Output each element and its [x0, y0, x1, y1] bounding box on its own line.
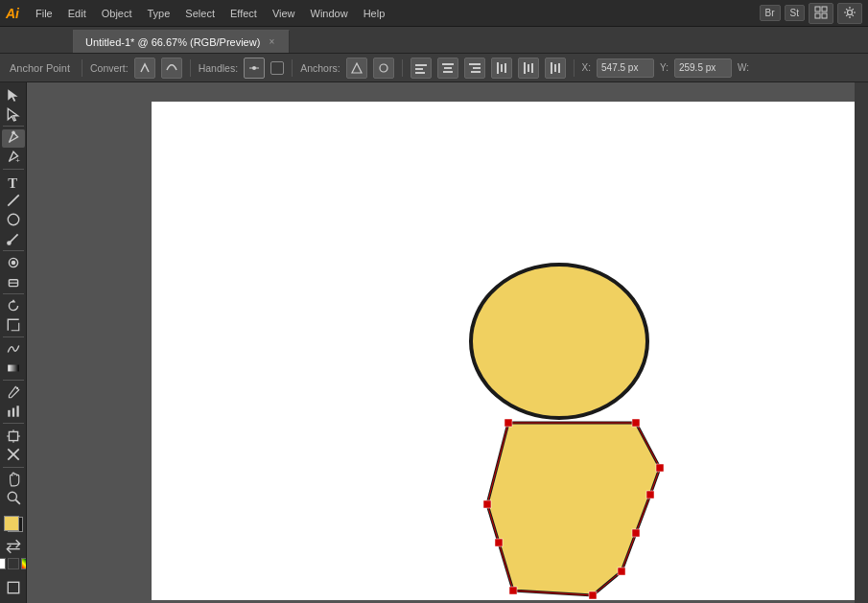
bridge-icon-btn[interactable]: Br [760, 5, 781, 21]
gradient-tool-btn[interactable] [2, 359, 25, 378]
menu-object[interactable]: Object [95, 6, 139, 21]
align-center-h-btn[interactable] [437, 58, 458, 79]
pen-tool-btn[interactable] [2, 129, 25, 148]
svg-rect-14 [469, 63, 481, 65]
change-screen-mode-btn[interactable] [2, 576, 25, 599]
options-bar: Anchor Point Convert: Handles: Anchors: [0, 54, 868, 82]
graph-tool-btn[interactable] [2, 403, 25, 421]
toolbar-sep-3 [3, 250, 24, 251]
anchors-btn-1[interactable] [346, 58, 367, 79]
line-tool-btn[interactable] [2, 192, 25, 210]
toolbar-sep-7 [3, 423, 24, 424]
menu-type[interactable]: Type [141, 6, 177, 21]
svg-rect-37 [8, 365, 18, 372]
svg-rect-2 [815, 13, 820, 18]
anchor-1[interactable] [504, 419, 512, 427]
menu-select[interactable]: Select [178, 6, 222, 21]
anchors-btn-2[interactable] [373, 58, 394, 79]
foreground-color-swatch[interactable] [4, 516, 19, 531]
svg-rect-24 [554, 64, 556, 72]
svg-rect-18 [501, 64, 503, 72]
selection-tool-btn[interactable] [2, 86, 25, 104]
anchor-10[interactable] [509, 587, 517, 594]
head-shape[interactable] [471, 265, 647, 418]
anchor-7[interactable] [589, 591, 597, 599]
svg-rect-22 [531, 63, 533, 73]
white-swatch[interactable] [0, 558, 6, 569]
eraser-tool-btn[interactable] [2, 272, 25, 290]
slice-tool-btn[interactable] [2, 446, 25, 464]
settings-icon-btn[interactable] [837, 3, 862, 24]
menu-edit[interactable]: Edit [61, 6, 93, 21]
toolbar-sep-5 [3, 336, 24, 337]
align-middle-btn[interactable] [518, 58, 539, 79]
align-bottom-btn[interactable] [545, 58, 566, 79]
eyedropper-tool-btn[interactable] [2, 383, 25, 402]
svg-rect-40 [12, 408, 13, 417]
menu-help[interactable]: Help [357, 6, 392, 21]
svg-point-4 [848, 10, 853, 14]
align-right-btn[interactable] [464, 58, 485, 79]
swap-colors-btn[interactable] [2, 537, 25, 555]
convert-corner-btn[interactable] [134, 58, 155, 79]
x-coord-value[interactable]: 547.5 px [597, 58, 654, 78]
anchor-3[interactable] [656, 464, 664, 472]
document-tab[interactable]: Untitled-1* @ 66.67% (RGB/Preview) × [73, 30, 290, 53]
canvas-area[interactable] [27, 82, 868, 603]
y-coord-value[interactable]: 259.5 px [674, 58, 732, 78]
align-top-btn[interactable] [491, 58, 512, 79]
menu-effect[interactable]: Effect [223, 6, 264, 21]
anchor-9[interactable] [483, 500, 491, 508]
y-coord-label: Y: [660, 62, 669, 73]
hand-tool-btn[interactable] [2, 470, 25, 488]
workspace-layout-btn[interactable] [809, 3, 833, 24]
svg-rect-41 [16, 406, 18, 416]
type-tool-btn[interactable]: T [2, 173, 25, 191]
convert-smooth-btn[interactable] [161, 58, 182, 79]
anchor-6[interactable] [618, 568, 625, 575]
handles-btn-2[interactable] [270, 61, 284, 75]
scale-tool-btn[interactable] [2, 316, 25, 335]
warp-tool-btn[interactable] [2, 340, 25, 359]
anchor-8[interactable] [495, 539, 503, 546]
svg-rect-9 [415, 68, 423, 70]
svg-rect-13 [443, 71, 453, 73]
toolbar-sep-6 [3, 380, 24, 381]
direct-selection-tool-btn[interactable] [2, 105, 25, 124]
drawing-canvas[interactable] [27, 82, 868, 603]
align-left-btn[interactable] [411, 58, 432, 79]
blob-brush-tool-btn[interactable] [2, 254, 25, 272]
svg-rect-51 [8, 582, 18, 592]
handles-btn-1[interactable] [244, 58, 265, 79]
anchor-4[interactable] [646, 491, 654, 499]
menu-bar: Ai File Edit Object Type Select Effect V… [0, 0, 868, 27]
svg-rect-25 [558, 63, 560, 73]
anchor-5[interactable] [632, 529, 640, 537]
svg-line-29 [8, 196, 18, 206]
svg-marker-36 [11, 299, 15, 302]
tab-close-btn[interactable]: × [266, 36, 277, 48]
artboard-tool-btn[interactable] [2, 427, 25, 445]
svg-rect-42 [9, 431, 17, 440]
sep-1 [82, 59, 82, 77]
svg-text:T: T [8, 174, 17, 189]
menu-file[interactable]: File [29, 6, 59, 21]
paintbrush-tool-btn[interactable] [2, 229, 25, 247]
rotate-tool-btn[interactable] [2, 297, 25, 315]
none-swatch[interactable] [8, 558, 19, 569]
ellipse-tool-btn[interactable] [2, 211, 25, 229]
svg-rect-11 [442, 63, 454, 65]
anchor-2[interactable] [632, 419, 640, 427]
toolbar-sep-8 [3, 467, 24, 468]
zoom-tool-btn[interactable] [2, 489, 25, 507]
svg-rect-1 [822, 7, 827, 12]
add-anchor-tool-btn[interactable]: + [2, 149, 25, 167]
svg-line-50 [15, 500, 20, 505]
menu-view[interactable]: View [266, 6, 302, 21]
stock-icon-btn[interactable]: St [785, 5, 805, 21]
svg-rect-3 [822, 13, 827, 18]
menu-window[interactable]: Window [304, 6, 355, 21]
toolbar-sep-2 [3, 169, 24, 170]
sep-5 [574, 59, 575, 77]
svg-rect-23 [551, 62, 552, 74]
